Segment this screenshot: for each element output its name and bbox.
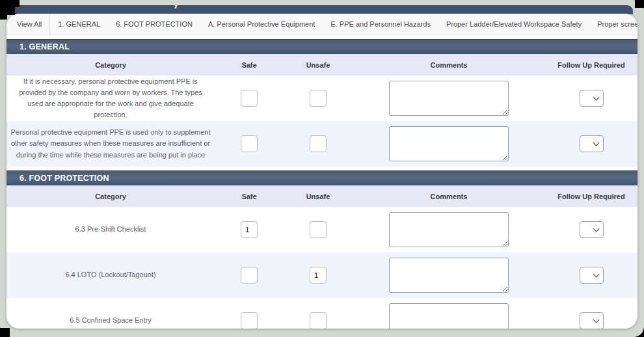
unsafe-input[interactable] [310, 221, 327, 238]
screenshot-corner-artifact [0, 0, 7, 20]
tab[interactable]: 6. FOOT PROTECTION [108, 14, 200, 34]
page-background: y View All 1. GENERAL 6. FOOT PROTECTION… [0, 0, 644, 337]
column-header-category: Category [7, 193, 215, 200]
follow-up-select[interactable] [580, 267, 604, 284]
comments-textarea[interactable] [389, 258, 509, 293]
section-rows: If it is necessary, personal protective … [7, 75, 637, 167]
tab[interactable]: Proper Ladder/Elevated Workspace Safety [438, 14, 589, 34]
unsafe-input[interactable] [310, 267, 327, 284]
comments-textarea[interactable] [389, 303, 509, 329]
section-title: 1. GENERAL [20, 42, 70, 51]
follow-up-select[interactable] [580, 312, 604, 329]
category-label: 6.5 Confined Space Entry [66, 315, 155, 326]
tab-label: Proper screens, guards or rails [597, 20, 637, 28]
follow-up-select-wrap [580, 267, 604, 284]
section-header: 1. GENERAL [7, 39, 637, 54]
follow-up-select-wrap [580, 90, 604, 107]
tab[interactable]: View All [9, 14, 50, 34]
safe-input[interactable] [241, 221, 258, 238]
tab-label: 6. FOOT PROTECTION [116, 20, 193, 28]
app-header-bar: y [11, 5, 633, 14]
follow-up-select[interactable] [580, 90, 604, 107]
checklist-body: 1. GENERAL Category Safe Unsafe Comments… [7, 35, 637, 329]
follow-up-select[interactable] [580, 221, 604, 238]
unsafe-input[interactable] [310, 135, 327, 152]
section-rows: 6.3 Pre-Shift Checklist 6.4 LOTO (Lockou… [7, 207, 637, 329]
safe-input[interactable] [241, 267, 258, 284]
table-row: 6.3 Pre-Shift Checklist [7, 207, 637, 252]
checklist-card: View All 1. GENERAL 6. FOOT PROTECTION A… [7, 14, 637, 329]
safe-input[interactable] [241, 312, 258, 329]
screenshot-corner-artifact [0, 328, 10, 337]
follow-up-select-wrap [580, 221, 604, 238]
screenshot-corner-artifact [7, 7, 15, 15]
tab[interactable]: Proper screens, guards or rails [589, 14, 637, 34]
unsafe-input[interactable] [310, 90, 327, 107]
follow-up-select-wrap [580, 135, 604, 152]
column-header-safe: Safe [215, 61, 284, 69]
checklist-section: 1. GENERAL Category Safe Unsafe Comments… [7, 35, 637, 167]
table-row: 6.4 LOTO (Lockout/Tagouot) [7, 252, 637, 298]
follow-up-select-wrap [580, 312, 604, 329]
comments-textarea[interactable] [389, 126, 509, 161]
tab[interactable]: E. PPE and Personnel Hazards [323, 14, 438, 34]
tab-label: Proper Ladder/Elevated Workspace Safety [446, 20, 582, 28]
follow-up-select[interactable] [580, 135, 604, 152]
section-title: 6. FOOT PROTECTION [20, 174, 109, 183]
safe-input[interactable] [241, 90, 258, 107]
table-row: If it is necessary, personal protective … [7, 75, 637, 121]
column-header-unsafe: Unsafe [284, 61, 353, 69]
category-label: 6.3 Pre-Shift Checklist [72, 224, 150, 235]
tab-label: A. Personal Protective Equipment [208, 20, 315, 28]
category-label: If it is necessary, personal protective … [7, 76, 215, 120]
comments-textarea[interactable] [389, 81, 509, 116]
comments-textarea[interactable] [389, 212, 509, 247]
safe-input[interactable] [241, 135, 258, 152]
tab-label: 1. GENERAL [58, 20, 100, 28]
column-header-row: Category Safe Unsafe Comments Follow Up … [7, 185, 637, 207]
category-label: Personal protective equipment PPE is use… [7, 127, 215, 160]
checklist-section: 6. FOOT PROTECTION Category Safe Unsafe … [7, 167, 637, 329]
column-header-unsafe: Unsafe [284, 193, 353, 200]
table-row: Personal protective equipment PPE is use… [7, 121, 637, 167]
column-header-comments: Comments [353, 61, 545, 69]
table-row: 6.5 Confined Space Entry [7, 298, 637, 329]
column-header-comments: Comments [353, 193, 545, 200]
section-header: 6. FOOT PROTECTION [7, 170, 637, 185]
tab-bar: View All 1. GENERAL 6. FOOT PROTECTION A… [7, 14, 637, 35]
tab-label: View All [17, 20, 42, 28]
column-header-category: Category [7, 61, 215, 69]
unsafe-input[interactable] [310, 312, 327, 329]
clipped-page-title: y [174, 5, 178, 8]
column-header-safe: Safe [215, 193, 284, 200]
column-header-follow-up: Follow Up Required [545, 193, 637, 200]
column-header-row: Category Safe Unsafe Comments Follow Up … [7, 54, 637, 75]
tab-label: E. PPE and Personnel Hazards [330, 20, 430, 28]
screenshot-corner-artifact [635, 0, 644, 8]
tab[interactable]: A. Personal Protective Equipment [200, 14, 323, 34]
category-label: 6.4 LOTO (Lockout/Tagouot) [61, 269, 159, 280]
column-header-follow-up: Follow Up Required [545, 61, 637, 69]
tab[interactable]: 1. GENERAL [50, 14, 108, 34]
